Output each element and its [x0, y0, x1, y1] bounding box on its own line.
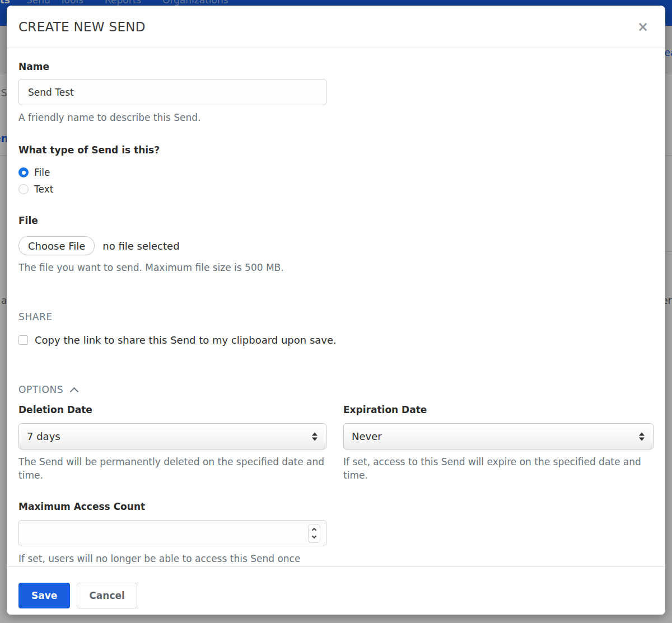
name-input[interactable]: Send Test: [18, 79, 326, 105]
modal-title: CREATE NEW SEND: [18, 19, 654, 35]
send-type-label: What type of Send is this?: [18, 143, 654, 157]
options-grid: Deletion Date 7 days The Send will be pe…: [18, 403, 654, 482]
radio-option-text[interactable]: Text: [18, 181, 654, 197]
file-label: File: [18, 214, 654, 227]
stepper-down-icon[interactable]: [312, 534, 316, 538]
deletion-date-field: Deletion Date 7 days The Send will be pe…: [18, 403, 326, 482]
number-stepper[interactable]: [308, 524, 320, 543]
stepper-up-icon[interactable]: [312, 528, 316, 532]
file-help-text: The file you want to send. Maximum file …: [18, 261, 654, 274]
copy-link-option[interactable]: Copy the link to share this Send to my c…: [18, 332, 654, 348]
deletion-date-value: 7 days: [27, 430, 60, 442]
radio-unselected-icon[interactable]: [18, 184, 29, 194]
name-label: Name: [18, 60, 654, 73]
copy-link-label: Copy the link to share this Send to my c…: [35, 332, 337, 348]
cancel-button[interactable]: Cancel: [77, 583, 137, 608]
radio-option-file[interactable]: File: [18, 165, 654, 180]
max-access-count-label: Maximum Access Count: [18, 500, 654, 513]
create-new-send-modal: CREATE NEW SEND × Name Send Test A frien…: [7, 6, 665, 615]
radio-selected-icon[interactable]: [18, 167, 29, 177]
expiration-date-help: If set, access to this Send will expire …: [343, 455, 654, 482]
radio-file-label: File: [34, 167, 50, 178]
deletion-date-help: The Send will be permanently deleted on …: [18, 455, 326, 482]
share-section-heading: SHARE: [18, 310, 654, 324]
expiration-date-field: Expiration Date Never If set, access to …: [343, 403, 654, 482]
options-section-toggle[interactable]: OPTIONS: [18, 383, 654, 396]
name-help-text: A friendly name to describe this Send.: [18, 111, 654, 124]
save-button[interactable]: Save: [18, 583, 70, 608]
deletion-date-label: Deletion Date: [18, 403, 326, 416]
close-icon[interactable]: ×: [637, 20, 648, 34]
modal-body: Name Send Test A friendly name to descri…: [7, 49, 665, 615]
expiration-date-value: Never: [352, 430, 382, 442]
deletion-date-select[interactable]: 7 days: [18, 423, 326, 449]
modal-footer: Save Cancel: [7, 566, 665, 615]
chevron-up-icon: [70, 387, 79, 396]
expiration-date-select[interactable]: Never: [343, 423, 654, 449]
radio-text-label: Text: [34, 184, 53, 195]
select-arrows-icon: [639, 432, 645, 441]
choose-file-button[interactable]: Choose File: [18, 236, 95, 255]
modal-header: CREATE NEW SEND ×: [7, 6, 665, 48]
max-access-count-help: If set, users will no longer be able to …: [18, 552, 654, 565]
file-input-row: Choose File no file selected: [18, 236, 654, 255]
select-arrows-icon: [312, 432, 318, 441]
options-section-heading: OPTIONS: [18, 383, 63, 396]
copy-link-checkbox[interactable]: [18, 335, 28, 345]
expiration-date-label: Expiration Date: [343, 403, 654, 416]
file-status-text: no file selected: [102, 240, 179, 252]
max-access-count-input[interactable]: [18, 520, 326, 546]
